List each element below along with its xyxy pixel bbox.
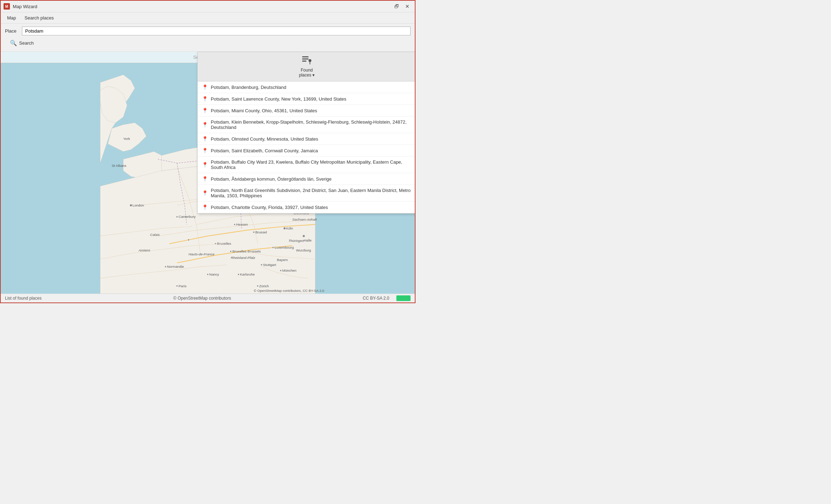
svg-point-26 — [207, 274, 208, 275]
found-places-title: Foundplaces ▾ — [299, 68, 315, 78]
menu-item-map[interactable]: Map — [4, 14, 19, 22]
svg-point-44 — [303, 235, 305, 237]
svg-point-8 — [230, 251, 231, 252]
svg-point-30 — [261, 264, 262, 266]
place-input[interactable] — [22, 27, 411, 35]
found-place-item[interactable]: 📍Potsdam, Buffalo City Ward 23, Kwelera,… — [198, 157, 415, 173]
svg-text:Stuttgart: Stuttgart — [263, 263, 276, 267]
found-place-item[interactable]: 📍Potsdam, North East Greenhills Subdivis… — [198, 185, 415, 202]
svg-point-10 — [253, 231, 254, 233]
svg-rect-55 — [302, 56, 309, 57]
svg-text:München: München — [282, 268, 296, 272]
found-place-text: Potsdam, Brandenburg, Deutschland — [211, 85, 286, 90]
svg-point-1 — [130, 204, 132, 206]
title-bar: M Map Wizard 🗗 ✕ — [1, 1, 415, 12]
svg-text:Nancy: Nancy — [209, 272, 219, 276]
status-bar: List of found places © OpenStreetMap con… — [1, 294, 415, 302]
svg-point-12 — [272, 247, 274, 248]
window-title: Map Wizard — [13, 4, 389, 9]
svg-text:York: York — [123, 137, 130, 141]
found-place-text: Potsdam, Buffalo City Ward 23, Kwelera, … — [211, 159, 412, 170]
found-places-panel: Foundplaces ▾ 📍Potsdam, Brandenburg, Deu… — [197, 52, 415, 214]
found-place-text: Potsdam, Miami County, Ohio, 45361, Unit… — [211, 108, 317, 113]
menu-bar: Map Search places — [1, 12, 415, 24]
found-place-text: Potsdam, North East Greenhills Subdivisi… — [211, 188, 412, 198]
place-pin-icon: 📍 — [202, 84, 208, 90]
found-place-item[interactable]: 📍Potsdam, Charlotte County, Florida, 339… — [198, 202, 415, 213]
menu-item-search-places[interactable]: Search places — [21, 14, 57, 22]
svg-point-34 — [257, 285, 258, 287]
list-location-icon — [301, 56, 312, 67]
svg-text:Calais: Calais — [150, 233, 160, 237]
restore-button[interactable]: 🗗 — [392, 3, 401, 10]
svg-point-7 — [188, 239, 189, 240]
found-place-text: Potsdam, Klein Bennebek, Kropp-Stapelhol… — [211, 119, 412, 130]
svg-text:Hessen: Hessen — [236, 222, 248, 226]
place-pin-icon: 📍 — [202, 204, 208, 210]
svg-rect-57 — [302, 61, 306, 62]
place-pin-icon: 📍 — [202, 136, 208, 142]
svg-text:London: London — [132, 203, 144, 207]
content-area: Search places — [1, 52, 415, 294]
app-icon: M — [4, 3, 10, 10]
found-place-text: Potsdam, Åtvidabergs kommun, Östergötlan… — [211, 176, 332, 182]
found-place-text: Potsdam, Saint Elizabeth, Cornwall Count… — [211, 148, 318, 153]
svg-text:Normandie: Normandie — [167, 265, 184, 268]
svg-text:Karlsruhe: Karlsruhe — [240, 272, 255, 276]
found-place-text: Potsdam, Saint Lawrence County, New York… — [211, 96, 346, 102]
place-pin-icon: 📍 — [202, 190, 208, 196]
svg-point-28 — [238, 274, 239, 275]
place-pin-icon: 📍 — [202, 96, 208, 102]
svg-text:Canterbury: Canterbury — [179, 215, 196, 219]
svg-text:Luxembourg: Luxembourg — [275, 245, 294, 249]
svg-text:Halle: Halle — [304, 238, 312, 242]
svg-point-16 — [283, 227, 286, 230]
svg-point-32 — [280, 270, 281, 271]
search-panel: Place 🔍 Search — [1, 24, 415, 52]
status-left: List of found places — [5, 296, 41, 301]
found-place-item[interactable]: 📍Potsdam, Saint Elizabeth, Cornwall Coun… — [198, 145, 415, 157]
svg-text:Thüringen: Thüringen — [288, 239, 304, 243]
svg-text:Bruxelles: Bruxelles — [217, 242, 231, 245]
found-places-list: 📍Potsdam, Brandenburg, Deutschland📍Potsd… — [198, 81, 415, 213]
place-row: Place — [5, 27, 411, 35]
svg-text:Amiens: Amiens — [138, 248, 150, 252]
main-window: M Map Wizard 🗗 ✕ Map Search places Place… — [0, 0, 416, 303]
found-place-item[interactable]: 📍Potsdam, Brandenburg, Deutschland — [198, 81, 415, 93]
close-button[interactable]: ✕ — [403, 3, 412, 10]
place-pin-icon: 📍 — [202, 122, 208, 128]
svg-text:Zürich: Zürich — [259, 284, 269, 288]
status-right: CC BY-SA 2.0 — [363, 296, 389, 301]
found-place-item[interactable]: 📍Potsdam, Miami County, Ohio, 45361, Uni… — [198, 105, 415, 117]
svg-text:Köln: Köln — [286, 226, 293, 230]
search-button-label: Search — [19, 40, 34, 46]
search-icon: 🔍 — [10, 40, 17, 46]
found-place-item[interactable]: 📍Potsdam, Klein Bennebek, Kropp-Stapelho… — [198, 117, 415, 133]
svg-text:Paris: Paris — [179, 284, 186, 288]
svg-text:Sachsen-Anhalt: Sachsen-Anhalt — [292, 217, 317, 221]
svg-text:St Albans: St Albans — [112, 164, 126, 168]
found-places-header[interactable]: Foundplaces ▾ — [198, 52, 415, 81]
place-pin-icon: 📍 — [202, 162, 208, 168]
found-place-item[interactable]: 📍Potsdam, Olmsted County, Minnesota, Uni… — [198, 133, 415, 145]
svg-rect-56 — [302, 58, 309, 60]
svg-text:© OpenStreetMap contributors, : © OpenStreetMap contributors, CC BY-SA 2… — [254, 289, 324, 293]
window-controls: 🗗 ✕ — [392, 3, 412, 10]
svg-text:Wurzburg: Wurzburg — [296, 248, 311, 252]
search-button[interactable]: 🔍 Search — [5, 38, 39, 49]
found-place-item[interactable]: 📍Potsdam, Saint Lawrence County, New Yor… — [198, 93, 415, 105]
svg-text:Bayern: Bayern — [277, 258, 288, 262]
found-place-item[interactable]: 📍Potsdam, Åtvidabergs kommun, Östergötla… — [198, 173, 415, 185]
place-pin-icon: 📍 — [202, 176, 208, 182]
svg-text:Hauts-de-France: Hauts-de-France — [188, 252, 215, 256]
place-pin-icon: 📍 — [202, 148, 208, 153]
svg-point-14 — [234, 224, 235, 225]
svg-point-3 — [176, 216, 178, 217]
svg-text:Rheinland-Pfalz: Rheinland-Pfalz — [231, 256, 255, 260]
found-place-text: Potsdam, Charlotte County, Florida, 3392… — [211, 205, 328, 210]
place-label: Place — [5, 28, 19, 34]
svg-text:Brussel: Brussel — [255, 230, 267, 234]
svg-point-22 — [165, 266, 166, 267]
green-status-indicator — [396, 295, 411, 301]
svg-point-58 — [309, 59, 311, 62]
